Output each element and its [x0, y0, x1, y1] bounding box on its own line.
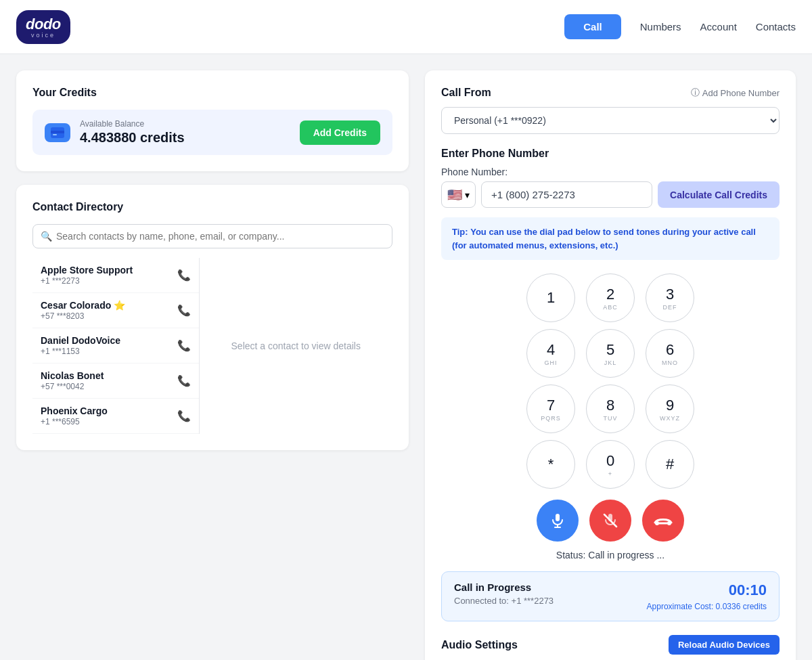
- dial-key-*[interactable]: *: [526, 440, 575, 489]
- account-nav-link[interactable]: Account: [700, 21, 737, 32]
- add-phone-label: Add Phone Number: [702, 88, 780, 98]
- credit-card-icon: [45, 123, 70, 142]
- balance-amount: 4.483880 credits: [80, 130, 185, 146]
- dial-key-4[interactable]: 4GHI: [526, 329, 575, 378]
- dialpad-row: 4GHI5JKL6MNO: [526, 329, 694, 378]
- call-progress-info: Call in Progress Connected to: +1 ***227…: [454, 581, 554, 606]
- phone-input-row: 🇺🇸 ▾ Calculate Call Credits: [441, 181, 780, 208]
- credits-title: Your Credits: [32, 87, 392, 99]
- svg-rect-3: [556, 514, 560, 521]
- flag-button[interactable]: 🇺🇸 ▾: [441, 181, 476, 208]
- credits-card: Your Credits Available Balance 4.483880 …: [16, 70, 409, 171]
- dial-sub: ABC: [603, 304, 618, 311]
- phone-label: Phone Number:: [441, 167, 780, 177]
- dial-key-3[interactable]: 3DEF: [646, 273, 694, 322]
- add-credits-button[interactable]: Add Credits: [300, 120, 380, 145]
- contact-directory-title: Contact Directory: [32, 201, 392, 213]
- balance-row: Available Balance 4.483880 credits Add C…: [32, 110, 392, 155]
- dial-sub: +: [608, 470, 612, 477]
- phone-call-icon[interactable]: 📞: [177, 410, 191, 422]
- dial-sub: JKL: [604, 359, 617, 366]
- contact-phone: +1 ***2273: [41, 276, 133, 286]
- contact-phone: +1 ***6595: [41, 417, 108, 426]
- flag-dropdown-icon: ▾: [465, 190, 470, 200]
- contacts-nav-link[interactable]: Contacts: [756, 21, 796, 32]
- microphone-button[interactable]: [537, 500, 579, 542]
- right-panel: Call From ⓘ Add Phone Number Personal (+…: [425, 70, 796, 660]
- nav: Call Numbers Account Contacts: [564, 14, 796, 39]
- search-wrap: 🔍: [32, 224, 392, 248]
- call-cost: Approximate Cost: 0.0336 credits: [647, 602, 767, 611]
- contact-detail: Select a contact to view details: [200, 258, 393, 434]
- balance-info: Available Balance 4.483880 credits: [80, 119, 185, 146]
- search-icon: 🔍: [41, 231, 52, 242]
- contact-name: Nicolas Bonet: [41, 370, 104, 381]
- phone-call-icon[interactable]: 📞: [177, 269, 191, 282]
- audio-settings-header: Audio Settings Reload Audio Devices: [441, 635, 780, 655]
- contact-name: Cesar Colorado ⭐: [41, 300, 125, 311]
- calculate-credits-button[interactable]: Calculate Call Credits: [658, 181, 780, 208]
- dial-key-#[interactable]: #: [646, 440, 694, 489]
- dial-key-2[interactable]: 2ABC: [586, 273, 635, 322]
- svg-rect-7: [608, 514, 612, 521]
- balance-left: Available Balance 4.483880 credits: [45, 119, 185, 146]
- audio-settings-title: Audio Settings: [441, 639, 518, 651]
- flag-emoji: 🇺🇸: [447, 188, 462, 202]
- contact-item[interactable]: Cesar Colorado ⭐ +57 ***8203 📞: [32, 293, 199, 328]
- logo-sub: voice: [31, 32, 55, 39]
- contact-item[interactable]: Apple Store Support +1 ***2273 📞: [32, 258, 199, 293]
- phone-call-icon[interactable]: 📞: [177, 374, 191, 387]
- action-row: [441, 500, 780, 542]
- dialpad-row: *0+#: [526, 440, 694, 489]
- contact-item[interactable]: Phoenix Cargo +1 ***6595 📞: [32, 399, 199, 434]
- end-call-icon: [654, 514, 673, 527]
- dial-sub: MNO: [662, 359, 678, 366]
- call-progress-right: 00:10 Approximate Cost: 0.0336 credits: [647, 581, 767, 611]
- contact-phone: +1 ***1153: [41, 347, 120, 356]
- dial-key-6[interactable]: 6MNO: [646, 329, 694, 378]
- status-text: Status: Call in progress ...: [441, 550, 780, 560]
- main-layout: Your Credits Available Balance 4.483880 …: [0, 54, 812, 660]
- microphone-icon: [549, 512, 566, 529]
- dialpad-row: 7PQRS8TUV9WXYZ: [526, 384, 694, 433]
- end-call-button[interactable]: [642, 500, 684, 542]
- reload-audio-button[interactable]: Reload Audio Devices: [669, 635, 780, 655]
- dial-key-8[interactable]: 8TUV: [586, 384, 635, 433]
- contact-phone: +57 ***0042: [41, 382, 104, 391]
- logo-box: dodo voice: [16, 10, 70, 44]
- dialpad-row: 12ABC3DEF: [526, 273, 694, 322]
- contact-name: Apple Store Support: [41, 265, 133, 276]
- phone-call-icon[interactable]: 📞: [177, 304, 191, 317]
- left-column: Your Credits Available Balance 4.483880 …: [16, 70, 409, 660]
- add-phone-link[interactable]: ⓘ Add Phone Number: [691, 87, 780, 99]
- add-phone-icon: ⓘ: [691, 87, 700, 99]
- phone-call-icon[interactable]: 📞: [177, 339, 191, 352]
- call-from-title: Call From: [441, 87, 491, 99]
- contact-item[interactable]: Nicolas Bonet +57 ***0042 📞: [32, 364, 199, 399]
- dial-sub: GHI: [544, 359, 557, 366]
- call-progress: Call in Progress Connected to: +1 ***227…: [441, 571, 780, 621]
- mute-button[interactable]: [589, 500, 631, 542]
- call-from-select[interactable]: Personal (+1 ***0922): [441, 107, 780, 134]
- dial-key-5[interactable]: 5JKL: [586, 329, 635, 378]
- mute-icon: [602, 512, 618, 529]
- audio-settings: Audio Settings Reload Audio Devices Spea…: [441, 635, 780, 660]
- dial-sub: TUV: [604, 415, 618, 422]
- logo: dodo voice: [16, 10, 70, 44]
- dial-key-0[interactable]: 0+: [586, 440, 635, 489]
- enter-phone-title: Enter Phone Number: [441, 148, 780, 160]
- dial-sub: WXYZ: [660, 415, 680, 422]
- dial-key-1[interactable]: 1: [526, 273, 575, 322]
- call-connected: Connected to: +1 ***2273: [454, 596, 554, 606]
- dial-key-7[interactable]: 7PQRS: [526, 384, 575, 433]
- dial-key-9[interactable]: 9WXYZ: [646, 384, 694, 433]
- call-nav-button[interactable]: Call: [564, 14, 621, 39]
- contact-item[interactable]: Daniel DodoVoice +1 ***1153 📞: [32, 328, 199, 364]
- logo-text: dodo: [26, 16, 61, 33]
- phone-number-input[interactable]: [481, 181, 652, 208]
- dialpad: 12ABC3DEF4GHI5JKL6MNO7PQRS8TUV9WXYZ*0+#: [441, 273, 780, 489]
- numbers-nav-link[interactable]: Numbers: [640, 21, 681, 32]
- search-input[interactable]: [32, 224, 392, 248]
- call-timer: 00:10: [647, 581, 767, 599]
- contact-name: Daniel DodoVoice: [41, 335, 120, 346]
